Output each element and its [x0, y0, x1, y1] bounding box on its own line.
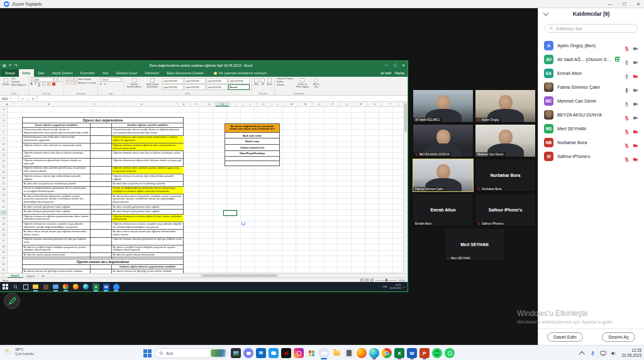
cell-b[interactable]: Bu dersin içeriğinin kayıtlı olduğum pro… [23, 245, 91, 252]
bold-button[interactable]: K [31, 82, 33, 86]
participant-row[interactable]: SISafinur iPhone'u [538, 149, 644, 163]
column-header-T[interactable]: T [382, 102, 399, 106]
cell-c[interactable] [91, 158, 112, 166]
column-header-E[interactable]: E [178, 102, 191, 106]
cell-style-item[interactable]: Normal [228, 84, 250, 90]
cell-d[interactable]: Öğretim elemanı dersteki gelişimim ile i… [112, 237, 184, 245]
cell-c[interactable] [91, 150, 112, 158]
firefox-icon[interactable] [357, 348, 367, 358]
camera-icon[interactable] [633, 43, 638, 48]
cell-c[interactable] [91, 174, 112, 181]
row-header-26[interactable]: 26 [0, 233, 7, 239]
row-header-29[interactable]: 29 [0, 250, 7, 256]
font-size-select[interactable]: 11 [54, 77, 62, 82]
clock[interactable]: 12:25 22.05.2023 [621, 348, 641, 357]
column-header-L[interactable]: L [271, 102, 285, 106]
participant-row[interactable]: BEYZA AKSU DÜNYA [538, 108, 644, 121]
italic-button[interactable]: T [35, 82, 36, 86]
column-headers[interactable]: ABCDEFGHIJKLMNOPQRST [0, 102, 403, 107]
column-header-I[interactable]: I [230, 102, 243, 106]
ppt-icon[interactable]: P [419, 348, 430, 358]
cell-b[interactable]: Öğretim elemanının öğrencilerle iletişim… [23, 158, 91, 166]
row-header-24[interactable]: 24 [0, 222, 7, 227]
cell-c[interactable] [91, 237, 112, 245]
cell-c[interactable] [91, 135, 112, 143]
cell-d[interactable]: Öğretim elemanı derse olan ilgi ve katıl… [112, 150, 184, 158]
mic-icon[interactable] [624, 70, 630, 76]
cell-c[interactable] [91, 186, 112, 194]
row-header-27[interactable]: 27 [0, 239, 7, 244]
column-header-G[interactable]: G [203, 102, 216, 106]
excel-close[interactable]: ✕ [402, 63, 405, 67]
row-header-23[interactable]: 23 [0, 216, 7, 222]
row-header-19[interactable]: 19 [0, 193, 7, 198]
column-header-R[interactable]: R [354, 102, 368, 106]
spotify-icon[interactable] [432, 348, 442, 358]
cell-c[interactable] [91, 252, 112, 257]
row-header-7[interactable]: 7 [0, 124, 7, 130]
instagram-icon[interactable] [294, 348, 304, 358]
format-as-table-button[interactable]: Tablo Olarak Biçimlendir [144, 77, 160, 91]
weather-widget[interactable]: 18°CÇok bulutlu [4, 347, 34, 356]
tell-me-box[interactable]: Ne yapmak istediğinizi söyleyin... [208, 69, 270, 77]
delete-cells-button[interactable]: Sil [260, 77, 265, 91]
zoom-level[interactable]: %100 [399, 279, 405, 282]
assessment-option[interactable] [225, 161, 279, 166]
close-button[interactable]: ✕ [636, 2, 640, 7]
unmute-button[interactable]: Sesimi Aç [602, 332, 635, 342]
copy-button[interactable]: Kopyala [11, 81, 26, 83]
row-header-10[interactable]: 10 [0, 142, 7, 147]
column-header-P[interactable]: P [326, 102, 340, 106]
cell-d[interactable]: Bu dersin becerilerimi (düşünme, problem… [112, 194, 184, 205]
camera-off-icon[interactable] [633, 70, 638, 76]
cell-c[interactable] [91, 229, 112, 237]
row-header-18[interactable]: 18 [0, 187, 7, 193]
assessment-option[interactable]: Açık uçlu sınav [225, 133, 279, 139]
cell-b[interactable]: Öğretim elemanı dersteki gelişimim ile i… [23, 237, 91, 245]
camera-off-icon[interactable] [633, 154, 638, 159]
cell-b[interactable]: Ölçme ve değerlendirme yöntemleri dersin… [23, 186, 91, 194]
assessment-option[interactable]: Çoktan seçmeli test [225, 145, 279, 151]
cell-style-item[interactable]: style1676538... [228, 78, 250, 84]
number-format-select[interactable]: Genel [100, 77, 121, 82]
edge-icon[interactable] [369, 348, 379, 358]
participant-row[interactable]: NBNurbahar Bora [538, 135, 644, 149]
photos-icon[interactable] [231, 348, 241, 358]
font-name-select[interactable]: Calibri [31, 77, 53, 82]
vertical-scrollbar[interactable] [403, 102, 408, 273]
assessment-option[interactable]: Ödev/Proje/Portfolyo [225, 151, 279, 157]
column-header-B[interactable]: B [14, 102, 84, 106]
clear-button[interactable]: Temizle [277, 84, 294, 86]
cell-b[interactable]: Bu dersin konusu ile ilgili bilgi ve bec… [23, 269, 91, 273]
comma-button[interactable]: , [108, 82, 109, 86]
cell-c[interactable] [91, 269, 112, 273]
insert-cells-button[interactable]: Ekle [254, 77, 258, 91]
cell-d[interactable]: Öğretim elemanı uzaktan eğitim ile dersi… [112, 143, 184, 150]
font-color-button[interactable] [52, 82, 55, 86]
cell-c[interactable] [91, 166, 112, 174]
ribbon-tab-gözden-geçir[interactable]: Gözden Geçir [112, 69, 141, 77]
mic-icon[interactable] [624, 84, 630, 90]
mail-icon[interactable] [52, 283, 59, 290]
row-headers[interactable]: 4567891011121314151617181920212223242526… [0, 107, 8, 273]
excel-maximize[interactable]: ☐ [394, 63, 397, 67]
cell-b[interactable]: Bu ders beni araştırma ve incelemeye yön… [23, 181, 91, 186]
zoomapp-icon[interactable] [113, 283, 119, 290]
cells-area[interactable]: Öğrenci ders değerlendirmeGeçen dönem uy… [8, 107, 403, 273]
store-icon[interactable] [42, 283, 49, 290]
search-icon[interactable] [12, 283, 19, 290]
ribbon-tab-ekle[interactable]: Ekle [34, 69, 48, 77]
cast-tray-icon[interactable] [600, 350, 606, 356]
participant-row[interactable]: EAEmrah Altun [538, 66, 644, 80]
cell-style-item[interactable]: style1676538... [184, 78, 206, 84]
mic-muted-icon[interactable] [624, 126, 630, 132]
invite-button[interactable]: Davet Edin [547, 332, 583, 342]
assessment-option[interactable] [225, 157, 279, 161]
border-button[interactable] [42, 82, 45, 86]
video-tile[interactable]: Emrah AltunEmrah Altun [413, 193, 474, 227]
cell-d[interactable]: Dönem boyunca ders izlencesinde planlana… [112, 135, 184, 143]
quick-access-toolbar[interactable]: ▤↶↷ [3, 64, 18, 67]
conditional-formatting-button[interactable]: Koşullu Biçimlendirme [126, 77, 142, 91]
row-header-12[interactable]: 12 [0, 153, 7, 159]
cell-d[interactable]: Öğretim elemanı ders işlerken uzaktan eğ… [112, 166, 184, 174]
